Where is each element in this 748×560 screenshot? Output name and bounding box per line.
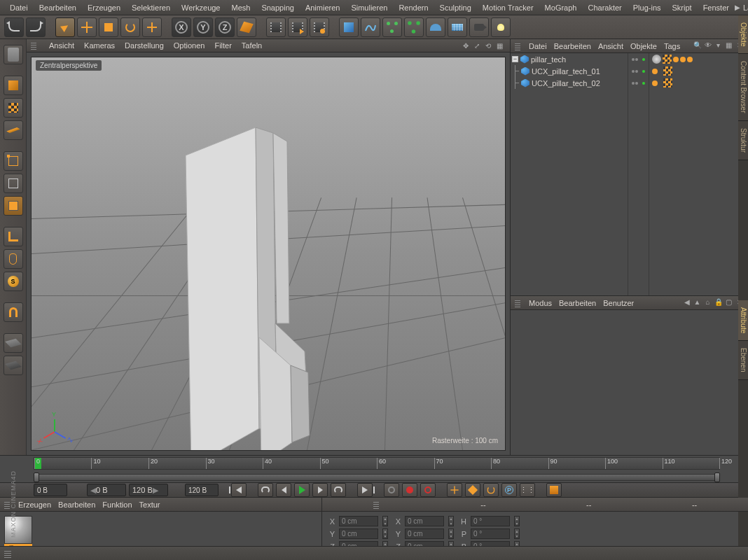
- menu-sculpting[interactable]: Sculpting: [434, 4, 477, 12]
- polygons-mode-button[interactable]: [4, 196, 23, 216]
- render-settings-button[interactable]: [310, 18, 329, 37]
- next-frame-button[interactable]: [312, 483, 328, 497]
- menu-mograph[interactable]: MoGraph: [539, 4, 583, 12]
- menu-mesh[interactable]: Mesh: [226, 4, 256, 12]
- menu-datei[interactable]: Datei: [4, 4, 34, 12]
- add-spline-button[interactable]: [361, 18, 380, 37]
- view-menu-darstellung[interactable]: Darstellung: [125, 41, 164, 50]
- model-button[interactable]: [4, 45, 23, 64]
- record-off-button[interactable]: [384, 483, 399, 497]
- new-icon[interactable]: ▢: [724, 298, 733, 307]
- edges-mode-button[interactable]: [4, 174, 23, 193]
- object-tree[interactable]: − pillar_tech UCX_pillar_tech_01 UCX_pil…: [511, 53, 748, 295]
- key-move-button[interactable]: [447, 483, 462, 497]
- prev-frame-button[interactable]: [276, 483, 291, 497]
- pos-field[interactable]: 0 cm: [339, 528, 378, 539]
- add-camera-button[interactable]: [469, 18, 489, 37]
- tab-attribute[interactable]: Attribute: [738, 300, 748, 341]
- texture-mode-button[interactable]: [4, 98, 23, 118]
- menu-erzeugen[interactable]: Erzeugen: [82, 4, 126, 12]
- viewport-3d[interactable]: Zentralperspektive: [31, 57, 506, 451]
- tree-item-ucx-01[interactable]: UCX_pillar_tech_01: [511, 65, 628, 77]
- view-pan-icon[interactable]: ✥: [461, 41, 471, 50]
- live-select-tool[interactable]: [55, 18, 75, 37]
- layout-icon[interactable]: ▦: [724, 41, 733, 50]
- redo-button[interactable]: [26, 18, 46, 37]
- rotate-tool[interactable]: [120, 18, 140, 37]
- back-icon[interactable]: ◀: [682, 298, 691, 307]
- menu-simulieren[interactable]: Simulieren: [345, 4, 393, 12]
- tab-objekte[interactable]: Objekte: [738, 15, 748, 54]
- spinner[interactable]: ▲▼: [382, 516, 388, 526]
- tag-row[interactable]: [649, 53, 748, 65]
- move-tool[interactable]: [77, 18, 97, 37]
- obj-menu-tags[interactable]: Tags: [664, 42, 680, 50]
- frame-start-field[interactable]: 0 B: [34, 484, 67, 496]
- mat-menu-funktion[interactable]: Funktion: [102, 500, 132, 509]
- menu-skript[interactable]: Skript: [667, 4, 698, 12]
- texture-tag-icon[interactable]: [663, 55, 672, 64]
- record-button[interactable]: [402, 483, 417, 497]
- axis-x-button[interactable]: X: [172, 18, 191, 37]
- key-dots-button[interactable]: ⋮⋮: [520, 483, 535, 497]
- goto-start-button[interactable]: [231, 483, 247, 497]
- key-rotate-button[interactable]: [483, 483, 499, 497]
- selection-tag-icon[interactable]: [652, 69, 658, 74]
- rot-field[interactable]: 0 °: [471, 516, 510, 526]
- key-scale-button[interactable]: [465, 483, 480, 497]
- render-picture-button[interactable]: [288, 18, 307, 37]
- axis-y-button[interactable]: Y: [193, 18, 213, 37]
- spinner[interactable]: ▲▼: [448, 528, 454, 539]
- mat-menu-bearbeiten[interactable]: Bearbeiten: [58, 500, 95, 509]
- tab-struktur[interactable]: Struktur: [738, 121, 748, 160]
- menu-charakter[interactable]: Charakter: [582, 4, 627, 12]
- grip-icon[interactable]: [373, 500, 379, 509]
- visibility-dots[interactable]: [628, 65, 649, 77]
- view-menu-tafeln[interactable]: Tafeln: [242, 41, 262, 50]
- texture-tag-icon[interactable]: [663, 66, 672, 76]
- scale-tool[interactable]: [99, 18, 118, 37]
- obj-menu-ansicht[interactable]: Ansicht: [598, 42, 623, 50]
- timeline[interactable]: 0102030405060708090100110120: [0, 455, 748, 482]
- tree-item-pillar-tech[interactable]: − pillar_tech: [511, 53, 628, 65]
- mat-menu-textur[interactable]: Textur: [139, 500, 160, 509]
- menu-fenster[interactable]: Fenster: [698, 4, 735, 12]
- range-end-field[interactable]: 120 B ▶: [129, 484, 168, 496]
- selection-tag-icon[interactable]: [652, 80, 658, 86]
- obj-menu-datei[interactable]: Datei: [529, 42, 547, 50]
- selection-tag-icon[interactable]: [687, 57, 693, 62]
- axis-z-button[interactable]: Z: [215, 18, 235, 37]
- tab-ebenen[interactable]: Ebenen: [738, 341, 748, 379]
- planar-workplane-button[interactable]: [4, 356, 23, 375]
- lock-icon[interactable]: 🔒: [714, 298, 723, 307]
- tag-row[interactable]: [649, 65, 748, 77]
- selection-tag-icon[interactable]: [680, 57, 686, 62]
- add-primitive-button[interactable]: [339, 18, 359, 37]
- coord-system-button[interactable]: [237, 18, 256, 37]
- play-button[interactable]: [294, 483, 310, 497]
- undo-button[interactable]: [4, 18, 24, 37]
- axis-tool-button[interactable]: [4, 227, 23, 246]
- loop-back-button[interactable]: [258, 483, 273, 497]
- size-field[interactable]: 0 cm: [405, 516, 444, 526]
- view-menu-optionen[interactable]: Optionen: [174, 41, 205, 50]
- collapse-icon[interactable]: −: [512, 56, 518, 62]
- workplane-button[interactable]: [4, 120, 23, 140]
- size-field[interactable]: 0 cm: [405, 528, 444, 539]
- frame-end-field[interactable]: 120 B: [185, 484, 219, 496]
- spinner[interactable]: ▲▼: [514, 516, 520, 526]
- up-icon[interactable]: ▲: [693, 298, 702, 307]
- add-sky-button[interactable]: [448, 18, 467, 37]
- view-zoom-icon[interactable]: ⤢: [472, 41, 482, 50]
- render-view-button[interactable]: [266, 18, 286, 37]
- phong-tag-icon[interactable]: [652, 55, 661, 64]
- tweak-button[interactable]: [4, 249, 23, 269]
- view-menu-filter[interactable]: Filter: [214, 41, 231, 50]
- range-slider[interactable]: [34, 474, 720, 481]
- tag-row[interactable]: [649, 77, 748, 89]
- attr-menu-modus[interactable]: Modus: [529, 299, 552, 307]
- search-icon[interactable]: 🔍: [693, 41, 702, 50]
- lock-workplane-button[interactable]: [4, 333, 23, 353]
- range-start-handle[interactable]: [34, 472, 39, 482]
- fcurve-button[interactable]: [546, 483, 562, 497]
